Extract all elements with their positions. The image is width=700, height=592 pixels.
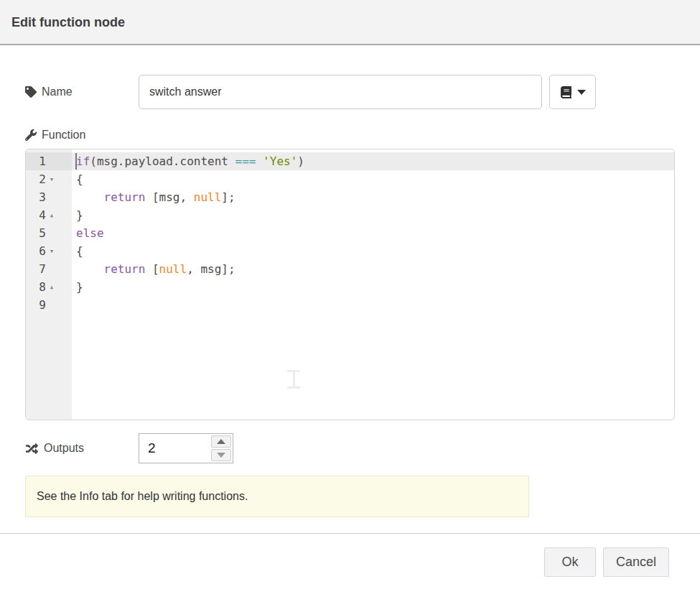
code-line-4[interactable]: 4▴} [26, 206, 674, 224]
code-line-2[interactable]: 2▾{ [26, 170, 674, 188]
cancel-button[interactable]: Cancel [603, 547, 669, 577]
book-icon [560, 86, 572, 98]
edit-function-node-dialog: Edit function node Name Function 1if(msg… [0, 0, 700, 592]
code-line-8[interactable]: 8▴} [26, 278, 674, 296]
outputs-label-text: Outputs [44, 442, 84, 455]
triangle-up-icon [217, 439, 225, 444]
code-line-3[interactable]: 3 return [msg, null]; [26, 188, 674, 206]
outputs-spinner [139, 433, 233, 463]
editor-lines: 1if(msg.payload.content === 'Yes')2▾{3 r… [26, 152, 674, 314]
spinner-up-button[interactable] [211, 435, 231, 448]
spinner-down-button[interactable] [211, 449, 231, 461]
code-line-6[interactable]: 6▾{ [26, 242, 674, 260]
line-number: 2▾ [26, 170, 72, 188]
code-line-9[interactable]: 9 [26, 296, 674, 314]
ok-button[interactable]: Ok [544, 547, 596, 577]
code-text: if(msg.payload.content === 'Yes') [72, 152, 674, 170]
form-tip-text: See the Info tab for help writing functi… [37, 490, 248, 503]
name-input[interactable] [139, 75, 542, 109]
name-label-text: Name [42, 85, 73, 98]
fold-open-icon[interactable]: ▾ [47, 242, 57, 260]
line-number: 8▴ [26, 278, 72, 296]
tag-icon [25, 86, 37, 98]
line-number: 5 [26, 224, 72, 242]
code-text: { [72, 242, 674, 260]
code-text: { [72, 170, 674, 188]
outputs-input[interactable] [139, 434, 210, 463]
caret-down-icon [577, 90, 586, 95]
line-number: 4▴ [26, 206, 72, 224]
function-label-text: Function [42, 129, 85, 142]
spinner-buttons [211, 435, 231, 461]
code-text: return [null, msg]; [72, 260, 674, 278]
fold-close-icon[interactable]: ▴ [47, 278, 57, 296]
line-number: 9 [26, 296, 72, 314]
form-tip: See the Info tab for help writing functi… [25, 476, 529, 517]
library-button[interactable] [549, 75, 596, 109]
line-number: 1 [26, 152, 72, 170]
footer-divider [0, 533, 700, 534]
code-text: } [72, 206, 674, 224]
mouse-cursor-ibeam [287, 370, 300, 389]
function-label: Function [25, 127, 85, 143]
code-text: else [72, 224, 674, 242]
fold-close-icon[interactable]: ▴ [47, 206, 57, 224]
line-number: 3 [26, 188, 72, 206]
outputs-label: Outputs [25, 440, 84, 456]
code-line-1[interactable]: 1if(msg.payload.content === 'Yes') [26, 152, 674, 170]
function-code-editor[interactable]: 1if(msg.payload.content === 'Yes')2▾{3 r… [25, 149, 675, 420]
wrench-icon [25, 129, 37, 141]
code-line-5[interactable]: 5else [26, 224, 674, 242]
code-text [72, 296, 674, 314]
dialog-header: Edit function node [0, 0, 700, 45]
name-label: Name [25, 84, 73, 100]
code-text: } [72, 278, 674, 296]
triangle-down-icon [217, 453, 225, 458]
fold-open-icon[interactable]: ▾ [47, 170, 57, 188]
line-number: 6▾ [26, 242, 72, 260]
shuffle-icon [25, 443, 39, 455]
line-number: 7 [26, 260, 72, 278]
dialog-title: Edit function node [11, 0, 125, 45]
code-text: return [msg, null]; [72, 188, 674, 206]
code-line-7[interactable]: 7 return [null, msg]; [26, 260, 674, 278]
editor-text-cursor [75, 153, 77, 170]
